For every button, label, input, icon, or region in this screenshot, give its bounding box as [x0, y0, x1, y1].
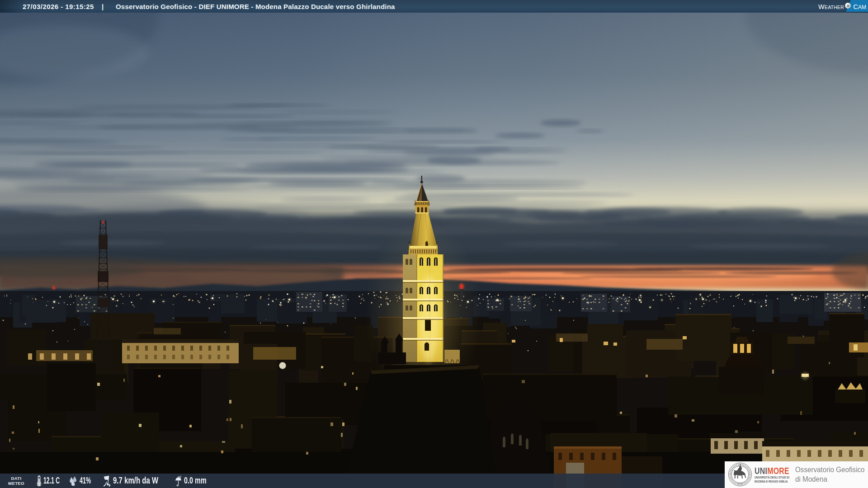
svg-text:1175: 1175: [738, 483, 742, 485]
